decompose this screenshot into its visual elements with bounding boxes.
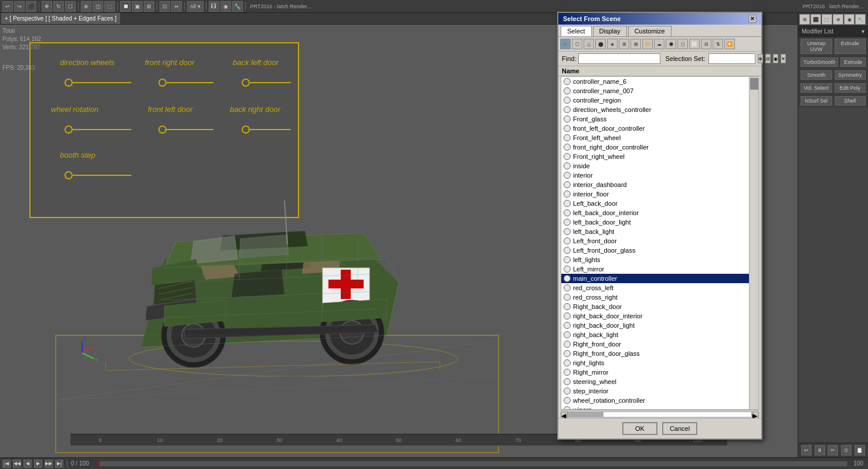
dialog-tab-display[interactable]: Display bbox=[593, 26, 627, 36]
bottom-icon-4[interactable]: ⊙ bbox=[841, 445, 852, 456]
rp-icon-3[interactable]: ⬚ bbox=[822, 14, 832, 25]
toolbar-btn-9[interactable]: ⊞ bbox=[144, 1, 154, 12]
object-list-item[interactable]: Front_left_wheel bbox=[561, 133, 749, 142]
object-list-item[interactable]: interior_dashboard bbox=[561, 180, 749, 189]
object-list-item[interactable]: left_back_door_interior bbox=[561, 208, 749, 217]
layer-dropdown[interactable]: All ▾ bbox=[187, 1, 204, 12]
dtool-2[interactable]: ⬡ bbox=[572, 39, 582, 49]
bottom-icon-3[interactable]: ✂ bbox=[828, 445, 838, 456]
find-icon-1[interactable]: ⊕ bbox=[758, 54, 763, 63]
object-list-item[interactable]: interior bbox=[561, 171, 749, 180]
rp-icon-1[interactable]: ⊞ bbox=[799, 14, 810, 25]
object-list-item[interactable]: interior_floor bbox=[561, 189, 749, 199]
dtool-sort[interactable]: ⇅ bbox=[713, 39, 723, 49]
object-list-item[interactable]: controller_region bbox=[561, 96, 749, 105]
toolbar-btn-render[interactable]: 🎞 bbox=[209, 1, 219, 12]
object-list-item[interactable]: right_back_door_interior bbox=[561, 311, 749, 321]
timeline-track[interactable] bbox=[98, 461, 847, 467]
dtool-11[interactable]: ◻ bbox=[677, 39, 688, 49]
find-icon-3[interactable]: ◉ bbox=[773, 54, 778, 63]
object-list-item[interactable]: right_back_door_light bbox=[561, 321, 749, 330]
rp-icon-5[interactable]: ◉ bbox=[844, 14, 855, 25]
object-list-item[interactable]: wipers bbox=[561, 405, 749, 409]
dtool-4[interactable]: ⬤ bbox=[595, 39, 606, 49]
btn-symmetry[interactable]: Symmetry bbox=[835, 70, 866, 80]
dtool-10[interactable]: ⬣ bbox=[666, 39, 676, 49]
btn-nsurf-sel[interactable]: NSurf Sel bbox=[801, 96, 832, 106]
btn-turbosmooth[interactable]: TurboSmooth bbox=[801, 57, 838, 67]
dialog-titlebar[interactable]: Select From Scene ✕ bbox=[558, 13, 761, 25]
object-list-item[interactable]: Left_front_door bbox=[561, 236, 749, 246]
object-list-item[interactable]: Left_back_door bbox=[561, 199, 749, 208]
toolbar-btn-snap[interactable]: 🔧 bbox=[232, 1, 243, 12]
viewport-tab-perspective[interactable]: + [ Perspective ] [ Shaded + Edged Faces… bbox=[1, 13, 121, 24]
toolbar-btn-scale[interactable]: ⬡ bbox=[65, 1, 76, 12]
rp-icon-2[interactable]: ⬛ bbox=[811, 14, 821, 25]
btn-extrude-1[interactable]: Extrude bbox=[835, 39, 866, 54]
object-list-item[interactable]: front_right_door_controller bbox=[561, 142, 749, 152]
dtool-7[interactable]: ⊠ bbox=[630, 39, 641, 49]
dtool-1[interactable]: ○ bbox=[560, 39, 571, 49]
timeline-start-btn[interactable]: |◀ bbox=[2, 460, 11, 468]
object-list-item[interactable]: Right_front_door bbox=[561, 339, 749, 349]
timeline-play-btn[interactable]: ▶ bbox=[34, 460, 42, 468]
find-input[interactable] bbox=[578, 53, 660, 64]
toolbar-btn-rotate[interactable]: ↻ bbox=[53, 1, 64, 12]
object-list-item[interactable]: right_back_light bbox=[561, 330, 749, 339]
object-list-item[interactable]: front_left_door_controller bbox=[561, 124, 749, 133]
dialog-close-button[interactable]: ✕ bbox=[748, 15, 757, 23]
dialog-ok-button[interactable]: OK bbox=[622, 422, 657, 435]
dtool-8[interactable]: 🔆 bbox=[642, 39, 653, 49]
find-icon-4[interactable]: ✕ bbox=[781, 54, 786, 63]
object-list-item[interactable]: wheel_rotation_controller bbox=[561, 396, 749, 405]
btn-shell[interactable]: Shell bbox=[835, 96, 866, 106]
btn-unwrap-uvw[interactable]: Unwrap UVW bbox=[801, 39, 832, 54]
bottom-icon-5[interactable]: 📋 bbox=[855, 445, 865, 456]
toolbar-btn-ref[interactable]: ⊕ bbox=[81, 1, 91, 12]
object-list-item[interactable]: Right_front_door_glass bbox=[561, 349, 749, 358]
selection-set-input[interactable] bbox=[708, 53, 755, 64]
find-icon-2[interactable]: ⊟ bbox=[765, 54, 771, 63]
toolbar-btn-5[interactable]: ◫ bbox=[93, 1, 103, 12]
object-list-item[interactable]: steering_wheel bbox=[561, 377, 749, 386]
dialog-cancel-button[interactable]: Cancel bbox=[662, 422, 697, 435]
toolbar-btn-2[interactable]: ↪ bbox=[14, 1, 25, 12]
dialog-scrollbar[interactable] bbox=[749, 77, 758, 409]
toolbar-btn-8[interactable]: ▣ bbox=[132, 1, 143, 12]
timeline-prev-btn[interactable]: ◀◀ bbox=[13, 460, 21, 468]
object-list-item[interactable]: left_back_light bbox=[561, 227, 749, 236]
btn-extrude-2[interactable]: Extrude bbox=[840, 57, 866, 67]
object-list-item[interactable]: left_back_door_light bbox=[561, 217, 749, 227]
timeline-fwd-btn[interactable]: ▶▶ bbox=[45, 460, 53, 468]
modifier-dropdown-icon[interactable]: ▾ bbox=[862, 28, 864, 35]
object-list-item[interactable]: Right_mirror bbox=[561, 368, 749, 377]
dialog-tab-select[interactable]: Select bbox=[561, 26, 592, 36]
object-list-item[interactable]: Front_right_wheel bbox=[561, 152, 749, 161]
object-list-item[interactable]: controller_name_6 bbox=[561, 77, 749, 86]
object-list-item[interactable]: Right_back_door bbox=[561, 302, 749, 311]
object-list-item[interactable]: red_cross_right bbox=[561, 293, 749, 302]
dtool-9[interactable]: ☁ bbox=[654, 39, 664, 49]
hscroll-right[interactable]: ▶ bbox=[752, 412, 759, 417]
object-list[interactable]: controller_name_6controller_name_007cont… bbox=[561, 77, 749, 409]
toolbar-btn-pivot[interactable]: ⊡ bbox=[160, 1, 170, 12]
toolbar-btn-7[interactable]: 🔲 bbox=[120, 1, 131, 12]
object-list-item[interactable]: main_controller bbox=[561, 274, 749, 283]
btn-vol-select[interactable]: Vol. Select bbox=[801, 83, 832, 93]
object-list-item[interactable]: controller_name_007 bbox=[561, 86, 749, 96]
toolbar-btn-move[interactable]: ✥ bbox=[42, 1, 52, 12]
btn-edit-poly[interactable]: Edit Poly bbox=[835, 83, 866, 93]
object-list-item[interactable]: step_interior bbox=[561, 386, 749, 396]
toolbar-btn-mirror[interactable]: ⇔ bbox=[171, 1, 182, 12]
bottom-icon-2[interactable]: ⏸ bbox=[815, 445, 825, 456]
timeline-back-btn[interactable]: ◀ bbox=[23, 460, 32, 468]
object-list-item[interactable]: Left_front_door_glass bbox=[561, 246, 749, 255]
toolbar-btn-material[interactable]: ◉ bbox=[221, 1, 231, 12]
dtool-6[interactable]: ⊞ bbox=[619, 39, 629, 49]
hscroll-track[interactable] bbox=[568, 412, 752, 417]
bottom-icon-1[interactable]: ↩ bbox=[801, 445, 812, 456]
toolbar-btn-select[interactable]: ⬛ bbox=[26, 1, 36, 12]
object-list-item[interactable]: Front_glass bbox=[561, 114, 749, 124]
dtool-filter[interactable]: 🔽 bbox=[724, 39, 735, 49]
rp-icon-4[interactable]: ⊕ bbox=[833, 14, 843, 25]
